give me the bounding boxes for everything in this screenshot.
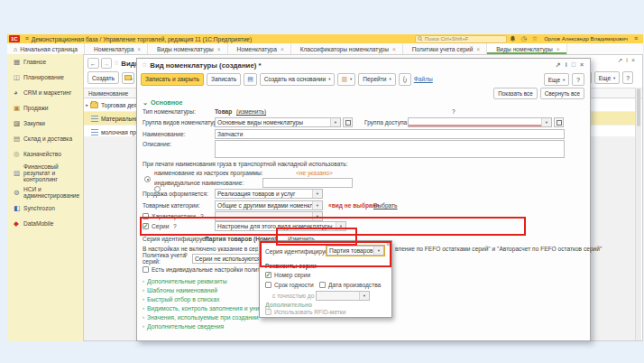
tab-close-icon[interactable]: × bbox=[392, 46, 396, 52]
service-menu-icon[interactable]: ≡ bbox=[634, 35, 638, 42]
description-textarea[interactable] bbox=[215, 140, 565, 158]
list-help-button[interactable]: ? bbox=[622, 71, 633, 84]
group-combo[interactable]: Основные виды номенклатуры ▾ bbox=[215, 117, 341, 127]
window-maximize-icon[interactable]: □ bbox=[572, 61, 575, 69]
type-change-link[interactable]: (изменить) bbox=[236, 108, 266, 115]
popup-ident-combo[interactable]: Партия товаров ▾ bbox=[327, 246, 384, 256]
policy-help-icon[interactable]: ? bbox=[184, 252, 188, 258]
row-type-icon bbox=[91, 129, 98, 135]
series-checkbox[interactable]: ✓ bbox=[143, 223, 149, 229]
create-based-on-button[interactable]: Создать на основании▾ bbox=[260, 73, 336, 86]
check-fill-button[interactable]: ▤ bbox=[244, 73, 257, 86]
tab-politiki[interactable]: Политики учета серий × bbox=[403, 43, 487, 54]
tab-close-icon[interactable]: × bbox=[281, 46, 284, 52]
sidebar-item-datamobile[interactable]: ◆ DataMobile bbox=[7, 216, 83, 231]
sidebar-item-nsi[interactable]: ⚙ НСИ и администрирование bbox=[7, 184, 83, 200]
expiry-checkbox[interactable]: ✓ bbox=[265, 282, 271, 288]
series-help-icon[interactable]: ? bbox=[173, 223, 177, 229]
access-open-button[interactable] bbox=[554, 117, 564, 127]
tab-vidy-1[interactable]: Виды номенклатуры × bbox=[148, 43, 228, 54]
serial-number-checkbox[interactable]: ✓ bbox=[265, 272, 271, 278]
individual-name-input[interactable] bbox=[262, 178, 353, 188]
sidebar-item-prodazhi[interactable]: ▣ Продажи bbox=[7, 100, 83, 116]
sidebar-item-sklad[interactable]: ▤ Склад и доставка bbox=[7, 131, 83, 146]
window-detach-icon[interactable]: ↗ bbox=[617, 57, 622, 64]
save-and-close-button[interactable]: Записать и закрыть bbox=[141, 73, 204, 86]
window-close-icon[interactable]: × bbox=[631, 57, 635, 64]
print-button[interactable]: ▥▾ bbox=[337, 73, 355, 86]
notifications-bell-icon[interactable] bbox=[510, 35, 516, 42]
list-scrollbar[interactable] bbox=[635, 88, 641, 340]
favorites-star-icon[interactable]: ☆ bbox=[532, 35, 538, 42]
window-detach-icon[interactable]: ↗ bbox=[556, 61, 561, 69]
categories-combo[interactable]: Общие с другими видами номенклатуры ▾ bbox=[215, 200, 323, 210]
tab-close-icon[interactable]: × bbox=[476, 46, 480, 52]
expand-caret-icon[interactable]: ▸ bbox=[84, 102, 90, 107]
tab-close-icon[interactable]: × bbox=[217, 46, 221, 52]
go-to-button[interactable]: Перейти▾ bbox=[358, 73, 395, 86]
access-group-combo[interactable]: ▾ bbox=[408, 117, 552, 127]
section-icon: ◧ bbox=[14, 205, 23, 211]
create-button[interactable]: Создать bbox=[87, 71, 119, 84]
window-info-icon[interactable]: i bbox=[626, 57, 628, 64]
tab-nomenklatura-2[interactable]: Номенклатура × bbox=[228, 43, 291, 54]
dropdown-icon[interactable]: ▾ bbox=[336, 222, 345, 230]
1c-logo-icon: 1С bbox=[9, 35, 20, 42]
tab-home[interactable]: ⌂ Начальная страница × bbox=[7, 43, 85, 54]
nav-back-button[interactable]: ← bbox=[87, 58, 99, 69]
collapse-all-button[interactable]: Свернуть все bbox=[540, 88, 584, 99]
main-menu-icon[interactable]: ≡ bbox=[25, 35, 29, 42]
expander-dop-svedeniya[interactable]: › Дополнительные сведения bbox=[143, 321, 289, 330]
sidebar-item-crm[interactable]: ◕ CRM и маркетинг bbox=[7, 85, 83, 100]
history-clock-icon[interactable]: ◷ bbox=[521, 35, 527, 42]
dropdown-icon[interactable]: ▾ bbox=[330, 118, 340, 126]
sidebar-item-planirovanie[interactable]: ◫ Планирование bbox=[7, 70, 83, 85]
sidebar-item-label: Финансовый результат и контроллинг bbox=[23, 163, 81, 182]
sidebar-item-glavnoe[interactable]: ▦ Главное bbox=[7, 54, 83, 70]
sale-combo[interactable]: Реализация товаров и услуг ▾ bbox=[215, 189, 323, 199]
sidebar-item-finrezultat[interactable]: ▥ Финансовый результат и контроллинг bbox=[7, 162, 83, 184]
series-combo[interactable]: Настроены для этого вида номенклатуры ▾ bbox=[215, 221, 346, 231]
precision-combo: ▾ bbox=[316, 291, 370, 301]
nav-forward-button[interactable]: → bbox=[101, 58, 113, 69]
tab-close-icon[interactable]: × bbox=[557, 46, 560, 52]
group-open-button[interactable] bbox=[343, 117, 353, 127]
create-group-button[interactable] bbox=[122, 72, 134, 84]
tab-vidy-2[interactable]: Виды номенклатуры × bbox=[487, 43, 567, 54]
sidebar-item-zakupki[interactable]: ▨ Закупки bbox=[7, 116, 83, 131]
files-link[interactable]: Файлы bbox=[414, 76, 433, 82]
global-search-input[interactable]: Поиск Ctrl+Shift+F bbox=[415, 35, 507, 43]
name-input[interactable]: Запчасти bbox=[215, 129, 565, 139]
attachments-button[interactable] bbox=[399, 73, 411, 86]
list-more-button[interactable]: Еще▾ bbox=[594, 71, 621, 84]
window-close-icon[interactable]: × bbox=[580, 61, 584, 69]
select-category-link[interactable]: Выбрать bbox=[373, 202, 398, 209]
sidebar-item-kaznacheystvo[interactable]: ◎ Казначейство bbox=[7, 146, 83, 162]
characteristics-help-icon[interactable]: ? bbox=[200, 213, 204, 219]
favorite-star-icon[interactable]: ☆ bbox=[114, 60, 119, 67]
tab-close-icon[interactable]: × bbox=[137, 46, 141, 52]
individual-policy-checkbox[interactable]: ✓ bbox=[143, 266, 149, 273]
dialog-more-button[interactable]: Еще▾ bbox=[544, 73, 570, 86]
program-name-value[interactable]: <не указано> bbox=[296, 170, 333, 176]
popup-close-icon[interactable]: × bbox=[386, 241, 390, 247]
radio-program-name[interactable] bbox=[144, 176, 151, 182]
section-osnovnoe[interactable]: ⌄ Основное bbox=[143, 98, 183, 107]
sidebar-item-synchrozon[interactable]: ◧ Synchrozon bbox=[7, 200, 83, 216]
characteristics-checkbox[interactable]: ✓ bbox=[143, 213, 149, 219]
dropdown-icon[interactable]: ▾ bbox=[541, 118, 551, 126]
dialog-help-button[interactable]: ? bbox=[572, 73, 584, 86]
production-date-checkbox[interactable]: ✓ bbox=[319, 282, 326, 288]
show-all-button[interactable]: Показать все bbox=[493, 88, 537, 99]
type-help-icon[interactable]: ? bbox=[452, 108, 455, 115]
dropdown-icon[interactable]: ▾ bbox=[312, 190, 322, 198]
tab-klassifikatory[interactable]: Классификаторы номенклатуры × bbox=[291, 43, 403, 54]
current-user[interactable]: Орлов Александр Владимирович bbox=[544, 36, 628, 42]
favorite-star-icon[interactable]: ☆ bbox=[142, 61, 147, 69]
dropdown-icon[interactable]: ▾ bbox=[312, 201, 322, 209]
tab-nomenklatura-1[interactable]: Номенклатура × bbox=[85, 43, 148, 54]
save-button[interactable]: Записать bbox=[207, 73, 241, 86]
dropdown-icon[interactable]: ▾ bbox=[373, 247, 383, 255]
window-info-icon[interactable]: i bbox=[566, 61, 567, 69]
scrollbar-thumb[interactable] bbox=[637, 88, 640, 126]
